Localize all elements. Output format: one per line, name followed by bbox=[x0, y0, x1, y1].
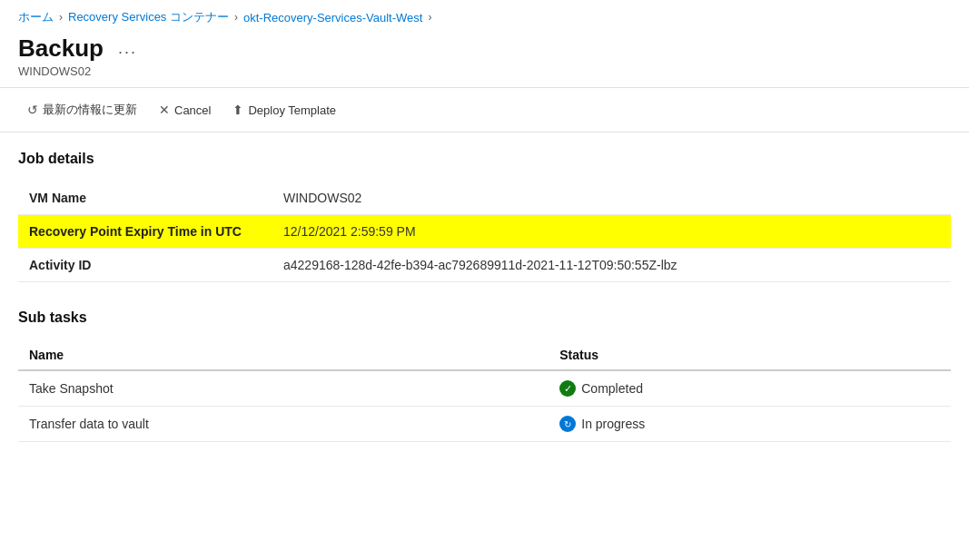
job-details-section: Job details VM Name WINDOWS02 Recovery P… bbox=[18, 151, 951, 282]
deploy-template-button[interactable]: ⬆ Deploy Template bbox=[223, 98, 345, 122]
breadcrumb-sep-2: › bbox=[234, 11, 238, 24]
breadcrumb-home[interactable]: ホーム bbox=[18, 9, 54, 25]
col-status-header: Status bbox=[549, 340, 951, 370]
refresh-icon: ↺ bbox=[27, 103, 38, 117]
cancel-button[interactable]: ✕ Cancel bbox=[150, 98, 220, 122]
refresh-button[interactable]: ↺ 最新の情報に更新 bbox=[18, 97, 146, 123]
refresh-label: 最新の情報に更新 bbox=[43, 102, 137, 118]
job-detail-key: Recovery Point Expiry Time in UTC bbox=[18, 215, 272, 249]
job-detail-value: WINDOWS02 bbox=[272, 182, 951, 215]
col-name-header: Name bbox=[18, 340, 549, 370]
job-detail-row: Activity ID a4229168-128d-42fe-b394-ac79… bbox=[18, 249, 951, 282]
status-text: Completed bbox=[581, 381, 643, 396]
cancel-label: Cancel bbox=[174, 103, 211, 117]
main-content: Job details VM Name WINDOWS02 Recovery P… bbox=[0, 133, 969, 460]
cancel-icon: ✕ bbox=[159, 103, 170, 117]
sub-task-name: Take Snapshot bbox=[18, 370, 549, 407]
deploy-icon: ⬆ bbox=[232, 103, 243, 117]
job-detail-value: 12/12/2021 2:59:59 PM bbox=[272, 215, 951, 249]
breadcrumb-sep-1: › bbox=[59, 11, 63, 24]
job-detail-value: a4229168-128d-42fe-b394-ac792689911d-202… bbox=[272, 249, 951, 282]
sub-task-status: ↻In progress bbox=[549, 407, 951, 442]
job-detail-key: VM Name bbox=[18, 182, 272, 215]
job-detail-row: VM Name WINDOWS02 bbox=[18, 182, 951, 215]
inprogress-icon: ↻ bbox=[559, 416, 576, 432]
job-details-title: Job details bbox=[18, 151, 951, 167]
sub-tasks-section: Sub tasks Name Status Take Snapshot ✓Com… bbox=[18, 309, 951, 442]
page-header: Backup ... WINDOWS02 bbox=[0, 31, 969, 88]
breadcrumb-sep-3: › bbox=[428, 11, 431, 24]
breadcrumb-vault[interactable]: okt-Recovery-Services-Vault-West bbox=[243, 11, 422, 25]
ellipsis-menu-button[interactable]: ... bbox=[113, 37, 143, 60]
page-subtitle: WINDOWS02 bbox=[18, 64, 951, 78]
sub-task-row: Take Snapshot ✓Completed bbox=[18, 370, 951, 407]
job-detail-row: Recovery Point Expiry Time in UTC 12/12/… bbox=[18, 215, 951, 249]
sub-task-status: ✓Completed bbox=[549, 370, 951, 407]
sub-task-row: Transfer data to vault ↻In progress bbox=[18, 407, 951, 442]
sub-tasks-table: Name Status Take Snapshot ✓Completed Tra… bbox=[18, 340, 951, 442]
toolbar: ↺ 最新の情報に更新 ✕ Cancel ⬆ Deploy Template bbox=[0, 88, 969, 133]
page-title: Backup bbox=[18, 34, 104, 63]
job-detail-key: Activity ID bbox=[18, 249, 272, 282]
completed-icon: ✓ bbox=[559, 380, 576, 397]
job-details-table: VM Name WINDOWS02 Recovery Point Expiry … bbox=[18, 182, 951, 282]
sub-tasks-title: Sub tasks bbox=[18, 309, 951, 326]
status-text: In progress bbox=[581, 417, 645, 431]
sub-task-name: Transfer data to vault bbox=[18, 407, 549, 442]
breadcrumb-recovery-services[interactable]: Recovery Services コンテナー bbox=[68, 9, 229, 25]
deploy-label: Deploy Template bbox=[248, 103, 336, 117]
breadcrumb: ホーム › Recovery Services コンテナー › okt-Reco… bbox=[0, 0, 969, 31]
